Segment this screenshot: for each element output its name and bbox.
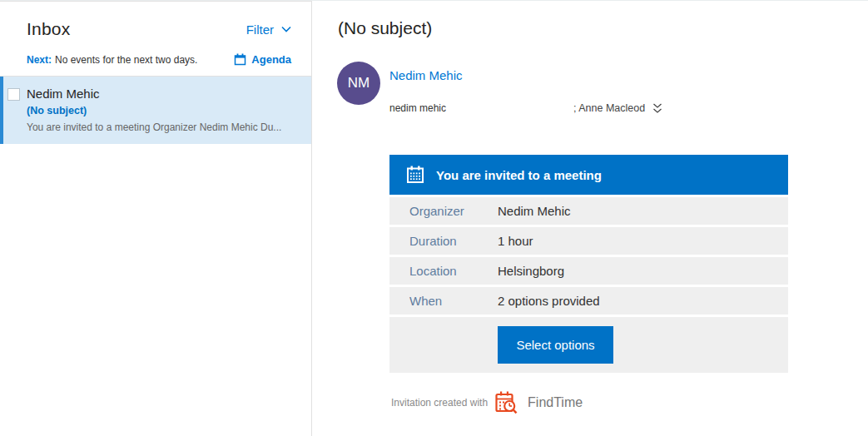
filter-label: Filter [246, 22, 274, 37]
agenda-button[interactable]: Agenda [234, 53, 291, 66]
invite-footer: Invitation created with [391, 389, 583, 417]
inbox-header: Inbox Filter Next: No events for the nex… [0, 2, 311, 77]
invite-card-header: You are invited to a meeting [389, 155, 788, 195]
invite-row-when: When 2 options provided [389, 287, 788, 315]
agenda-label: Agenda [251, 53, 291, 66]
invite-row-location: Location Helsingborg [389, 257, 788, 285]
next-events-text: No events for the next two days. [55, 54, 197, 66]
row-label: Location [389, 264, 498, 278]
row-label: Organizer [389, 204, 498, 218]
message-title: (No subject) [338, 18, 432, 38]
row-value: 2 options provided [498, 294, 600, 308]
next-label: Next: [27, 54, 52, 66]
row-value: Nedim Mehic [498, 204, 571, 218]
meeting-invite-card: You are invited to a meeting Organizer N… [389, 155, 788, 373]
invite-row-organizer: Organizer Nedim Mehic [389, 197, 788, 225]
calendar-icon [405, 165, 425, 185]
avatar[interactable]: NM [337, 62, 380, 105]
filter-button[interactable]: Filter [246, 22, 291, 37]
invite-card-title: You are invited to a meeting [436, 168, 602, 182]
row-value: Helsingborg [498, 264, 564, 278]
invite-row-duration: Duration 1 hour [389, 227, 788, 255]
reading-pane: (No subject) NM Nedim Mehic nedim mehic … [313, 1, 868, 436]
sender-name-link[interactable]: Nedim Mehic [389, 68, 463, 82]
row-value: 1 hour [498, 234, 533, 248]
findtime-brand-text: FindTime [528, 395, 583, 410]
inbox-title: Inbox [27, 19, 70, 39]
invite-action-row: Select options [389, 317, 788, 373]
select-options-button[interactable]: Select options [498, 326, 613, 364]
findtime-logo-icon [494, 390, 519, 416]
calendar-icon [234, 53, 246, 66]
email-subject: (No subject) [27, 105, 303, 116]
double-chevron-down-icon [652, 103, 662, 114]
inbox-pane: Inbox Filter Next: No events for the nex… [0, 1, 312, 436]
row-label: When [389, 294, 498, 308]
email-list-item[interactable]: Nedim Mehic (No subject) You are invited… [0, 77, 311, 144]
email-checkbox[interactable] [7, 88, 20, 101]
chevron-down-icon [281, 26, 291, 32]
avatar-initials: NM [348, 75, 370, 92]
recipients-text: ; Anne Macleod [573, 102, 645, 114]
created-with-text: Invitation created with [391, 397, 488, 409]
email-preview: You are invited to a meeting Organizer N… [27, 121, 303, 133]
sender-from: nedim mehic [389, 102, 446, 114]
recipients-toggle[interactable]: ; Anne Macleod [573, 102, 662, 114]
row-label: Duration [389, 234, 498, 248]
email-sender: Nedim Mehic [27, 87, 303, 101]
